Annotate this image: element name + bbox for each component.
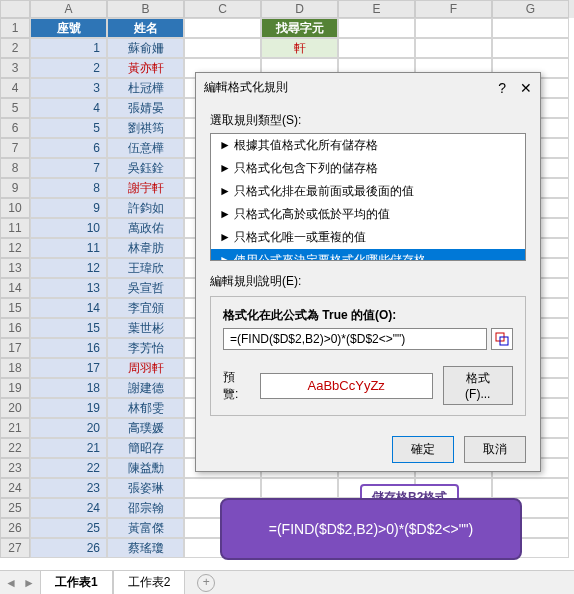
cell[interactable] — [338, 38, 415, 58]
row-header[interactable]: 5 — [0, 98, 30, 118]
row-header[interactable]: 4 — [0, 78, 30, 98]
cell[interactable]: 8 — [30, 178, 107, 198]
cell[interactable]: 12 — [30, 258, 107, 278]
cell[interactable]: 7 — [30, 158, 107, 178]
row-header[interactable]: 3 — [0, 58, 30, 78]
cell[interactable]: 萬政佑 — [107, 218, 184, 238]
select-all-corner[interactable] — [0, 0, 30, 18]
rule-item-selected[interactable]: ► 使用公式來決定要格式化哪些儲存格 — [211, 249, 525, 261]
cell[interactable]: 13 — [30, 278, 107, 298]
cell[interactable]: 簡昭存 — [107, 438, 184, 458]
cell[interactable]: 王瑋欣 — [107, 258, 184, 278]
row-header[interactable]: 22 — [0, 438, 30, 458]
row-header[interactable]: 9 — [0, 178, 30, 198]
cell[interactable]: 吳鈺銓 — [107, 158, 184, 178]
cell[interactable]: 邵宗翰 — [107, 498, 184, 518]
ok-button[interactable]: 確定 — [392, 436, 454, 463]
cell[interactable] — [261, 478, 338, 498]
cell[interactable] — [492, 38, 569, 58]
row-header[interactable]: 7 — [0, 138, 30, 158]
cell[interactable]: 伍意樺 — [107, 138, 184, 158]
cell[interactable]: 25 — [30, 518, 107, 538]
cell[interactable]: 張婧晏 — [107, 98, 184, 118]
cell[interactable]: 17 — [30, 358, 107, 378]
cell[interactable]: 24 — [30, 498, 107, 518]
search-value-cell[interactable]: 軒 — [261, 38, 338, 58]
cell[interactable]: 21 — [30, 438, 107, 458]
cell[interactable]: 22 — [30, 458, 107, 478]
cell[interactable]: 19 — [30, 398, 107, 418]
cell[interactable]: 11 — [30, 238, 107, 258]
row-header[interactable]: 12 — [0, 238, 30, 258]
row-header[interactable]: 10 — [0, 198, 30, 218]
cell[interactable] — [338, 18, 415, 38]
cell[interactable]: 林韋肪 — [107, 238, 184, 258]
col-header-d[interactable]: D — [261, 0, 338, 18]
cell[interactable]: 許鈞如 — [107, 198, 184, 218]
row-header[interactable]: 15 — [0, 298, 30, 318]
cell[interactable]: 杜冠樺 — [107, 78, 184, 98]
cell[interactable] — [415, 18, 492, 38]
sheet-tab-2[interactable]: 工作表2 — [113, 570, 186, 594]
cell[interactable]: 蘇俞姍 — [107, 38, 184, 58]
cell[interactable]: 周羽軒 — [107, 358, 184, 378]
row-header[interactable]: 13 — [0, 258, 30, 278]
row-header[interactable]: 24 — [0, 478, 30, 498]
col-header-e[interactable]: E — [338, 0, 415, 18]
cell[interactable]: 李宜頒 — [107, 298, 184, 318]
cell[interactable] — [184, 478, 261, 498]
row-header[interactable]: 2 — [0, 38, 30, 58]
cell[interactable]: 謝建德 — [107, 378, 184, 398]
cell[interactable]: 劉祺筠 — [107, 118, 184, 138]
cell[interactable]: 3 — [30, 78, 107, 98]
col-header-b[interactable]: B — [107, 0, 184, 18]
cell[interactable]: 23 — [30, 478, 107, 498]
cell[interactable]: 1 — [30, 38, 107, 58]
cell[interactable]: 16 — [30, 338, 107, 358]
rule-item[interactable]: ► 只格式化唯一或重複的值 — [211, 226, 525, 249]
row-header[interactable]: 11 — [0, 218, 30, 238]
row-header[interactable]: 16 — [0, 318, 30, 338]
chevron-left-icon[interactable]: ◄ — [5, 576, 17, 590]
format-button[interactable]: 格式(F)... — [443, 366, 513, 405]
cell[interactable]: 張姿琳 — [107, 478, 184, 498]
formula-input[interactable] — [223, 328, 487, 350]
cell[interactable]: 黃富傑 — [107, 518, 184, 538]
cell[interactable]: 吳宣哲 — [107, 278, 184, 298]
chevron-right-icon[interactable]: ► — [23, 576, 35, 590]
row-header[interactable]: 17 — [0, 338, 30, 358]
cell[interactable]: 李芳怡 — [107, 338, 184, 358]
cell[interactable] — [492, 478, 569, 498]
cell[interactable]: 姓名 — [107, 18, 184, 38]
cell[interactable]: 蔡瑤瓊 — [107, 538, 184, 558]
cell[interactable] — [184, 18, 261, 38]
add-sheet-icon[interactable]: + — [197, 574, 215, 592]
sheet-tab-1[interactable]: 工作表1 — [40, 570, 113, 595]
cell[interactable]: 14 — [30, 298, 107, 318]
cell[interactable]: 6 — [30, 138, 107, 158]
row-header[interactable]: 8 — [0, 158, 30, 178]
range-picker-icon[interactable] — [491, 328, 513, 350]
row-header[interactable]: 25 — [0, 498, 30, 518]
row-header[interactable]: 14 — [0, 278, 30, 298]
row-header[interactable]: 1 — [0, 18, 30, 38]
rule-item[interactable]: ► 根據其值格式化所有儲存格 — [211, 134, 525, 157]
cell[interactable]: 葉世彬 — [107, 318, 184, 338]
cell[interactable] — [184, 38, 261, 58]
cell[interactable]: 2 — [30, 58, 107, 78]
cell[interactable]: 林郁雯 — [107, 398, 184, 418]
cell[interactable] — [415, 38, 492, 58]
help-icon[interactable]: ? — [498, 80, 506, 96]
rule-item[interactable]: ► 只格式化高於或低於平均的值 — [211, 203, 525, 226]
rule-item[interactable]: ► 只格式化包含下列的儲存格 — [211, 157, 525, 180]
cell[interactable]: 5 — [30, 118, 107, 138]
cell[interactable]: 26 — [30, 538, 107, 558]
col-header-f[interactable]: F — [415, 0, 492, 18]
row-header[interactable]: 27 — [0, 538, 30, 558]
cell[interactable]: 謝宇軒 — [107, 178, 184, 198]
cell[interactable]: 10 — [30, 218, 107, 238]
rule-type-list[interactable]: ► 根據其值格式化所有儲存格 ► 只格式化包含下列的儲存格 ► 只格式化排在最前… — [210, 133, 526, 261]
cell[interactable]: 高璞媛 — [107, 418, 184, 438]
cell[interactable]: 9 — [30, 198, 107, 218]
cell[interactable]: 15 — [30, 318, 107, 338]
